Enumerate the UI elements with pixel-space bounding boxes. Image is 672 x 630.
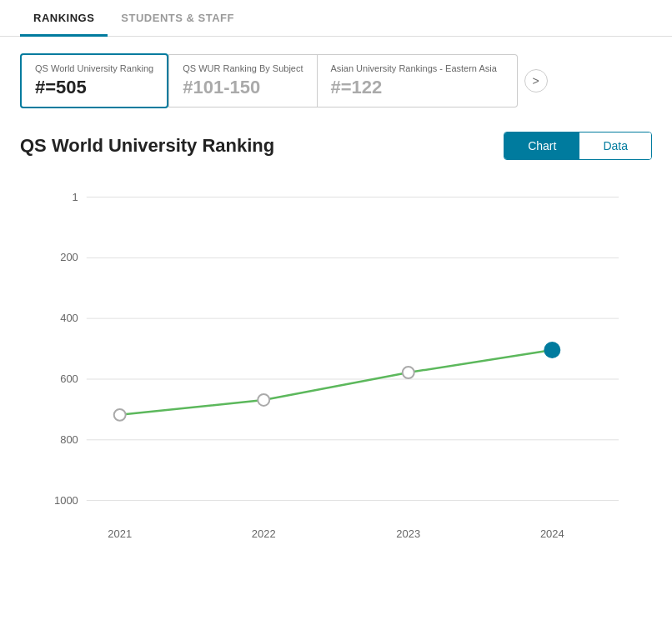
svg-text:1: 1	[73, 191, 78, 203]
card-label-qs-world: QS World University Ranking	[35, 63, 153, 73]
tab-rankings[interactable]: RANKINGS	[20, 0, 108, 37]
ranking-cards-container: QS World University Ranking #=505 QS WUR…	[0, 53, 672, 108]
tab-students-staff[interactable]: STUDENTS & STAFF	[108, 0, 248, 37]
chart-line	[120, 350, 553, 415]
chart-title: QS World University Ranking	[20, 135, 274, 157]
svg-text:2023: 2023	[396, 528, 420, 540]
svg-text:1000: 1000	[54, 494, 78, 507]
svg-text:200: 200	[60, 251, 78, 263]
data-point-2021	[114, 409, 126, 421]
svg-text:2022: 2022	[252, 528, 276, 540]
tabs-container: RANKINGS STUDENTS & STAFF	[0, 0, 672, 37]
svg-text:2021: 2021	[108, 528, 132, 540]
svg-text:800: 800	[60, 433, 78, 446]
data-point-2023	[403, 367, 414, 378]
chart-toggle-data[interactable]: Data	[579, 132, 651, 159]
chart-toggle-chart[interactable]: Chart	[504, 132, 579, 159]
svg-text:2024: 2024	[540, 528, 564, 540]
ranking-card-asian[interactable]: Asian University Rankings - Eastern Asia…	[318, 54, 518, 108]
card-value-qs-world: #=505	[35, 77, 153, 98]
card-value-asian: #=122	[331, 77, 504, 98]
chart-container: 1 200 400 600 800 1000 2021 2022 2023 20…	[20, 180, 652, 563]
card-value-qs-subject: #101-150	[183, 77, 303, 98]
data-point-2024	[544, 342, 559, 358]
chart-header: QS World University Ranking Chart Data	[20, 132, 652, 160]
svg-text:400: 400	[60, 312, 78, 324]
chart-svg: 1 200 400 600 800 1000 2021 2022 2023 20…	[20, 180, 652, 563]
ranking-card-qs-world[interactable]: QS World University Ranking #=505	[20, 53, 168, 108]
chart-section: QS World University Ranking Chart Data 1…	[0, 132, 672, 563]
chart-toggle: Chart Data	[504, 132, 652, 160]
ranking-card-qs-subject[interactable]: QS WUR Ranking By Subject #101-150	[168, 54, 317, 108]
card-label-asian: Asian University Rankings - Eastern Asia	[331, 63, 504, 73]
data-point-2022	[258, 394, 269, 406]
chevron-right-button[interactable]: >	[524, 69, 548, 92]
card-label-qs-subject: QS WUR Ranking By Subject	[183, 63, 303, 73]
svg-text:600: 600	[60, 372, 78, 385]
